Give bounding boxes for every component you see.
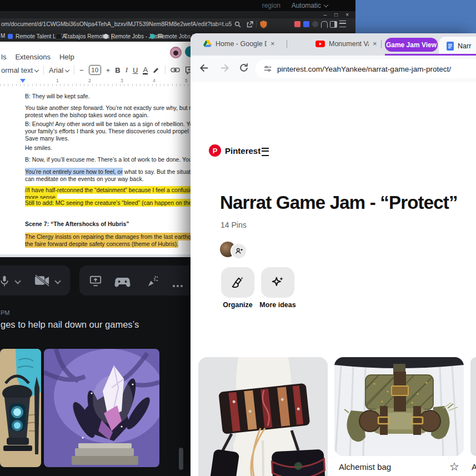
font-size-field[interactable]: 10 [89,65,101,75]
font-dropdown[interactable]: Arial [49,66,69,74]
ruler-mark: 2 [88,78,91,83]
more-options-button[interactable] [173,279,184,289]
chevron-down-icon[interactable] [14,278,21,284]
doc-line: can meditate on the events on your way b… [25,176,144,183]
forward-button[interactable] [219,63,230,73]
underline-button[interactable]: U [133,66,138,74]
decrease-font-button[interactable]: − [79,66,84,74]
doc-heading: Scene 7: “The Aftershocks of Hubris” [25,221,129,228]
google-docs-icon [447,42,454,51]
region-dropdown[interactable]: Automatic [292,2,328,9]
extension-icon-blue[interactable] [303,21,309,27]
extension-icon-red[interactable] [294,21,300,27]
camera-off-icon[interactable] [34,275,49,286]
scrollbar-thumb[interactable] [179,448,183,470]
zoom-icon[interactable] [234,21,241,28]
docs-toolbar: ormal text Arial − 10 + B I U A [0,62,192,78]
organize-button[interactable] [221,267,254,298]
tab-strip: Home - Google D × Monument Valley × Game… [191,33,476,56]
menu-item-extensions[interactable]: Extensions [15,53,51,61]
doc-line: your family’s efforts I thank you. These… [25,128,191,135]
pin-title[interactable]: Alchemist bag [339,462,391,472]
organize-label: Organize [221,301,254,309]
tab-google-drive[interactable]: Home - Google D × [203,33,281,54]
tab-close-icon[interactable]: × [270,39,275,48]
voice-controls-group [0,265,70,295]
text-color-button[interactable]: A [143,66,148,74]
pin-image-alchemist-bag[interactable] [334,357,464,456]
minimize-button[interactable]: – [323,11,327,18]
tab-title: Monument Valley [329,40,369,48]
doc-line: B: Enough! Any other word will be taken … [25,121,191,128]
reload-button[interactable] [239,63,249,73]
share-icon[interactable] [247,21,253,28]
highlight-pen-icon[interactable] [153,67,160,74]
game-controller-icon[interactable] [114,277,131,287]
tab-close-icon[interactable]: × [373,39,377,48]
sidebar-icon[interactable] [330,21,337,28]
pin-count: 14 Pins [221,221,247,229]
shield-extension-icon[interactable] [260,21,267,28]
screen-share-icon[interactable] [89,275,102,287]
more-ideas-button[interactable] [261,267,294,298]
message-timestamp-fragment: PM [1,309,10,316]
selected-text: You’re not entirely sure how to feel, or [25,168,123,176]
menu-item-help[interactable]: Help [59,53,74,61]
back-button[interactable] [199,63,209,73]
ruler-mark: 1 [56,78,59,83]
organize-broom-icon [231,275,245,290]
tab-group-label[interactable]: Game Jam View [385,38,438,52]
paragraph-style-dropdown[interactable]: ormal text [1,66,38,74]
pinterest-logo-icon[interactable]: P [209,144,221,157]
doc-line-selection: You’re not entirely sure how to feel, or… [25,168,191,176]
confetti-icon[interactable] [147,275,159,288]
document-page[interactable]: B: They will be kept safe. You take anot… [0,87,191,254]
url-text[interactable]: pinterest.com/YeahYankee/narrat-game-jam… [277,65,451,73]
pin-image-belt-costume[interactable] [198,357,328,476]
favorite-star-icon[interactable]: ☆ [449,460,459,473]
region-label: region [262,2,280,9]
ghost-extension-icon[interactable] [321,21,328,28]
tab-youtube[interactable]: Monument Valley × [315,33,381,54]
pin-title-fragment[interactable]: A [472,462,476,472]
menu-icon[interactable] [339,21,346,27]
extension-icon-circle[interactable] [312,21,318,27]
chat-message-text: ges to help nail down our games’s [1,319,191,330]
address-bar[interactable]: pinterest.com/YeahYankee/narrat-game-jam… [255,59,476,78]
attachment-image-crystal[interactable] [44,349,159,467]
tab-active-pinterest[interactable]: Narr [439,37,476,56]
google-drive-icon [203,40,212,47]
pinterest-page: P Pinterest Narrat Game Jam - “Protect” … [191,82,476,476]
ruler-mark: 3 [121,78,123,83]
avatar[interactable] [170,47,182,58]
docs-menubar: ls Extensions Help [1,53,74,61]
tab-title: Narr [458,42,471,50]
chevron-down-icon[interactable] [54,278,61,284]
add-collaborator-button[interactable] [231,243,247,259]
attachment-image-lantern[interactable] [0,349,41,467]
pin-image-partial[interactable] [470,357,476,456]
increase-font-button[interactable]: + [106,66,111,74]
insert-link-icon[interactable] [171,67,180,73]
doc-line: protest when the bishop takes word once … [25,112,148,119]
chevron-down-icon [34,67,39,72]
close-button[interactable]: × [345,11,349,18]
chevron-down-icon [324,3,328,7]
site-settings-icon[interactable] [263,64,272,73]
menu-item[interactable]: ls [1,53,6,61]
back-url-text[interactable]: om/document/d/1CWGMbi36sONpa4TehA_bzxvIM… [1,21,232,27]
bookmark-fragment[interactable]: M [1,33,5,39]
chevron-down-icon [65,67,69,72]
microphone-icon[interactable] [0,275,10,287]
ruler-ticks [0,84,191,86]
italic-button[interactable]: I [126,66,128,74]
tab-title: Home - Google D [216,40,267,48]
back-browser-urlbar[interactable]: om/document/d/1CWGMbi36sONpa4TehA_bzxvIM… [0,18,355,31]
hamburger-menu-icon[interactable] [262,148,269,156]
indent-marker[interactable] [20,79,26,83]
bold-button[interactable]: B [115,66,120,74]
doc-line-highlighted: Still to add: MC seeing the creature’s “… [25,199,191,207]
board-title: Narrat Game Jam - “Protect” [220,192,458,213]
pinterest-wordmark[interactable]: Pinterest [225,146,260,156]
maximize-button[interactable]: □ [334,11,338,18]
